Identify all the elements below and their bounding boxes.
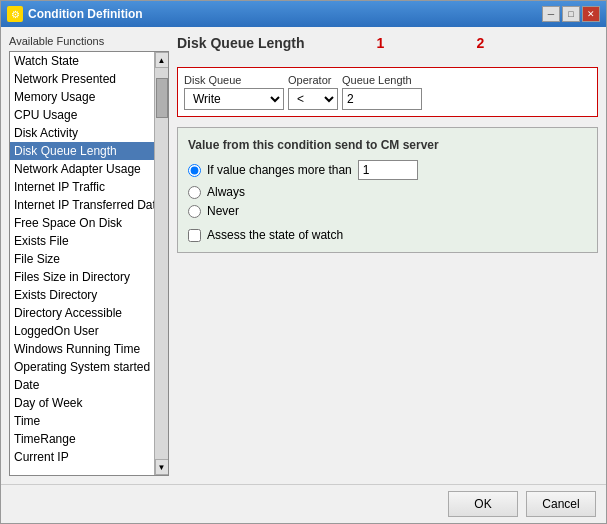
assess-checkbox[interactable] xyxy=(188,229,201,242)
scroll-thumb[interactable] xyxy=(156,78,168,118)
title-bar: ⚙ Condition Definition ─ □ ✕ xyxy=(1,1,606,27)
scroll-down-btn[interactable]: ▼ xyxy=(155,459,169,475)
radio-always-row: Always xyxy=(188,185,587,199)
close-button[interactable]: ✕ xyxy=(582,6,600,22)
main-window: ⚙ Condition Definition ─ □ ✕ Available F… xyxy=(0,0,607,524)
list-item-directory-accessible[interactable]: Directory Accessible xyxy=(10,304,154,322)
cancel-button[interactable]: Cancel xyxy=(526,491,596,517)
list-item-loggedon-user[interactable]: LoggedOn User xyxy=(10,322,154,340)
disk-queue-select[interactable]: WriteReadAll xyxy=(184,88,284,110)
list-item-operating-system-started[interactable]: Operating System started xyxy=(10,358,154,376)
radio-if-value-changes[interactable] xyxy=(188,164,201,177)
functions-list-container: Watch StateNetwork PresentedMemory Usage… xyxy=(9,51,169,476)
value-section: Value from this condition send to CM ser… xyxy=(177,127,598,253)
col-labels: Disk Queue Operator Queue Length xyxy=(184,74,591,86)
list-item-disk-queue-length[interactable]: Disk Queue Length xyxy=(10,142,154,160)
title-buttons: ─ □ ✕ xyxy=(542,6,600,22)
list-item-internet-ip-traffic[interactable]: Internet IP Traffic xyxy=(10,178,154,196)
ok-button[interactable]: OK xyxy=(448,491,518,517)
radio-if-value-label: If value changes more than xyxy=(207,163,352,177)
list-item-exists-directory[interactable]: Exists Directory xyxy=(10,286,154,304)
list-item-file-size[interactable]: File Size xyxy=(10,250,154,268)
list-item-network-presented[interactable]: Network Presented xyxy=(10,70,154,88)
assess-row: Assess the state of watch xyxy=(188,228,587,242)
list-item-free-space-on-disk[interactable]: Free Space On Disk xyxy=(10,214,154,232)
list-item-internet-ip-transferred[interactable]: Internet IP Transferred Data xyxy=(10,196,154,214)
list-item-time[interactable]: Time xyxy=(10,412,154,430)
params-box: Disk Queue Operator Queue Length WriteRe… xyxy=(177,67,598,117)
params-row: WriteReadAll <>=<=>= xyxy=(184,88,591,110)
section-title: Disk Queue Length xyxy=(177,35,305,51)
list-item-time-range[interactable]: TimeRange xyxy=(10,430,154,448)
window-title: Condition Definition xyxy=(28,7,143,21)
list-item-windows-running-time[interactable]: Windows Running Time xyxy=(10,340,154,358)
list-item-watch-state[interactable]: Watch State xyxy=(10,52,154,70)
radio-never-row: Never xyxy=(188,204,587,218)
num1-badge: 1 xyxy=(377,35,385,51)
radio-always[interactable] xyxy=(188,186,201,199)
radio-always-label: Always xyxy=(207,185,245,199)
scroll-up-btn[interactable]: ▲ xyxy=(155,52,169,68)
num2-badge: 2 xyxy=(476,35,484,51)
operator-select[interactable]: <>=<=>= xyxy=(288,88,338,110)
maximize-button[interactable]: □ xyxy=(562,6,580,22)
scroll-track xyxy=(155,68,168,459)
functions-list[interactable]: Watch StateNetwork PresentedMemory Usage… xyxy=(10,52,154,475)
list-item-network-adapter-usage[interactable]: Network Adapter Usage xyxy=(10,160,154,178)
list-item-disk-activity[interactable]: Disk Activity xyxy=(10,124,154,142)
col-operator-label: Operator xyxy=(288,74,342,86)
radio-never[interactable] xyxy=(188,205,201,218)
list-scrollbar[interactable]: ▲ ▼ xyxy=(154,52,168,475)
available-functions-label: Available Functions xyxy=(9,35,169,47)
list-item-cpu-usage[interactable]: CPU Usage xyxy=(10,106,154,124)
list-item-current-ip[interactable]: Current IP xyxy=(10,448,154,466)
footer: OK Cancel xyxy=(1,484,606,523)
value-section-title: Value from this condition send to CM ser… xyxy=(188,138,587,152)
window-icon: ⚙ xyxy=(7,6,23,22)
col-queue-length-label: Queue Length xyxy=(342,74,412,86)
title-bar-left: ⚙ Condition Definition xyxy=(7,6,143,22)
right-panel: Disk Queue Length 1 2 Disk Queue Operato… xyxy=(177,35,598,476)
section-header: Disk Queue Length 1 2 xyxy=(177,35,598,57)
left-panel: Available Functions Watch StateNetwork P… xyxy=(9,35,169,476)
queue-length-input[interactable] xyxy=(342,88,422,110)
radio-if-value-row: If value changes more than xyxy=(188,160,587,180)
col-disk-queue-label: Disk Queue xyxy=(184,74,288,86)
assess-label: Assess the state of watch xyxy=(207,228,343,242)
radio-never-label: Never xyxy=(207,204,239,218)
list-item-date[interactable]: Date xyxy=(10,376,154,394)
list-item-exists-file[interactable]: Exists File xyxy=(10,232,154,250)
list-item-files-size-in-directory[interactable]: Files Size in Directory xyxy=(10,268,154,286)
minimize-button[interactable]: ─ xyxy=(542,6,560,22)
list-item-memory-usage[interactable]: Memory Usage xyxy=(10,88,154,106)
list-item-day-of-week[interactable]: Day of Week xyxy=(10,394,154,412)
if-value-input[interactable] xyxy=(358,160,418,180)
main-content: Available Functions Watch StateNetwork P… xyxy=(1,27,606,484)
